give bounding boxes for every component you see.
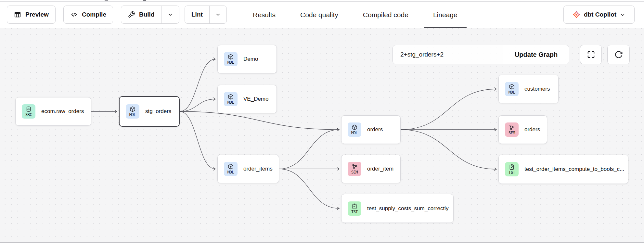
tab-lineage[interactable]: Lineage — [433, 2, 457, 28]
code-icon — [70, 11, 78, 18]
fullscreen-button[interactable] — [580, 45, 602, 64]
node-type-badge: MDL — [224, 162, 238, 176]
network-icon — [351, 163, 358, 170]
node-label: test_order_items_compute_to_bools_c... — [524, 166, 624, 173]
fullscreen-icon — [587, 50, 595, 59]
preview-label: Preview — [25, 11, 49, 18]
build-button-group: Build — [121, 6, 179, 24]
node-label: order_items — [243, 166, 273, 172]
tab-code-quality[interactable]: Code quality — [300, 2, 338, 28]
chevron-down-icon — [167, 11, 174, 18]
cube-icon — [227, 54, 234, 60]
node-label: test_supply_costs_sum_correctly — [367, 205, 448, 212]
graph-node-customers[interactable]: MDLcustomers — [498, 75, 559, 103]
network-icon — [509, 124, 515, 131]
graph-node-order_items[interactable]: MDLorder_items — [217, 155, 279, 183]
node-label: stg_orders — [145, 108, 171, 115]
copilot-label: dbt Copilot — [584, 11, 616, 18]
node-type-label: MDL — [351, 131, 358, 135]
node-type-label: MDL — [227, 60, 234, 65]
tab-results[interactable]: Results — [253, 2, 276, 28]
node-type-badge: MDL — [224, 52, 238, 66]
graph-node-ve_demo[interactable]: MDLVE_Demo — [217, 85, 277, 113]
dbt-logo-icon — [572, 10, 581, 19]
node-label: ecom.raw_orders — [41, 108, 84, 115]
toolbar-separator — [233, 2, 233, 28]
node-type-label: MDL — [129, 113, 136, 117]
chevron-down-icon — [215, 11, 221, 18]
lint-label: Lint — [191, 11, 203, 18]
cube-icon — [129, 106, 136, 112]
graph-node-stg_orders[interactable]: MDLstg_orders — [119, 96, 180, 127]
chevron-down-icon — [620, 12, 626, 18]
node-type-label: TST — [509, 171, 515, 175]
cube-icon — [227, 163, 234, 170]
node-label: order_item — [367, 166, 393, 172]
pane-handle-fragment — [143, 0, 146, 1]
node-type-badge: MDL — [348, 122, 361, 137]
node-type-badge: MDL — [126, 104, 139, 119]
node-type-label: SRC — [25, 113, 32, 117]
node-type-badge: TST — [505, 162, 519, 176]
node-type-badge: SEM — [348, 162, 361, 176]
node-type-badge: SEM — [505, 122, 519, 137]
node-label: orders — [367, 126, 383, 133]
wrench-icon — [128, 11, 135, 18]
lint-button[interactable]: Lint — [185, 6, 209, 23]
node-type-label: MDL — [227, 170, 234, 174]
node-label: orders — [524, 126, 540, 133]
build-button[interactable]: Build — [121, 6, 161, 23]
build-label: Build — [139, 11, 155, 18]
cube-icon — [351, 124, 358, 131]
toolbar: Preview Compile Build Lint Results Code … — [0, 2, 644, 28]
compile-button[interactable]: Compile — [63, 6, 113, 24]
graph-node-demo[interactable]: MDLDemo — [217, 45, 277, 73]
tab-compiled-code[interactable]: Compiled code — [363, 2, 408, 28]
graph-node-order_item_sem[interactable]: SEMorder_item — [341, 155, 401, 183]
graph-node-raw_orders[interactable]: SRCecom.raw_orders — [15, 97, 91, 126]
node-type-label: SEM — [509, 131, 515, 135]
preview-button[interactable]: Preview — [7, 6, 56, 24]
build-dropdown-button[interactable] — [161, 6, 179, 23]
result-tabs: Results Code quality Compiled code Linea… — [253, 2, 457, 28]
clipboard-check-icon — [509, 164, 515, 170]
node-type-label: SEM — [351, 170, 358, 174]
lint-button-group: Lint — [185, 6, 227, 24]
update-graph-button[interactable]: Update Graph — [503, 45, 569, 64]
node-type-label: MDL — [227, 100, 234, 105]
node-type-label: MDL — [509, 90, 515, 95]
table-icon — [14, 11, 21, 18]
dbt-copilot-button[interactable]: dbt Copilot — [563, 6, 635, 24]
node-label: Demo — [243, 56, 258, 62]
refresh-icon — [614, 50, 623, 59]
node-type-badge: MDL — [224, 92, 238, 106]
clipboard-check-icon — [351, 203, 358, 210]
compile-label: Compile — [82, 11, 106, 18]
lineage-selector-input[interactable] — [393, 45, 503, 64]
cube-icon — [509, 83, 515, 90]
node-label: VE_Demo — [243, 96, 268, 102]
database-icon — [25, 106, 32, 112]
node-type-badge: SRC — [22, 104, 35, 119]
lineage-canvas[interactable]: SRCecom.raw_ordersMDLstg_ordersMDLDemoMD… — [0, 28, 644, 243]
graph-node-test_supply[interactable]: TSTtest_supply_costs_sum_correctly — [341, 194, 454, 223]
node-label: customers — [524, 86, 550, 92]
node-type-badge: MDL — [505, 82, 519, 96]
node-type-label: TST — [351, 210, 358, 214]
cube-icon — [227, 94, 234, 100]
lineage-selector-control: Update Graph — [393, 45, 569, 64]
refresh-button[interactable] — [607, 45, 630, 64]
node-type-badge: TST — [348, 201, 361, 216]
pane-handle-fragment — [105, 0, 108, 1]
graph-node-test_order_items[interactable]: TSTtest_order_items_compute_to_bools_c..… — [498, 155, 628, 184]
graph-node-orders_mdl[interactable]: MDLorders — [341, 115, 401, 144]
graph-node-orders_sem[interactable]: SEMorders — [498, 115, 547, 144]
lint-dropdown-button[interactable] — [209, 6, 226, 23]
